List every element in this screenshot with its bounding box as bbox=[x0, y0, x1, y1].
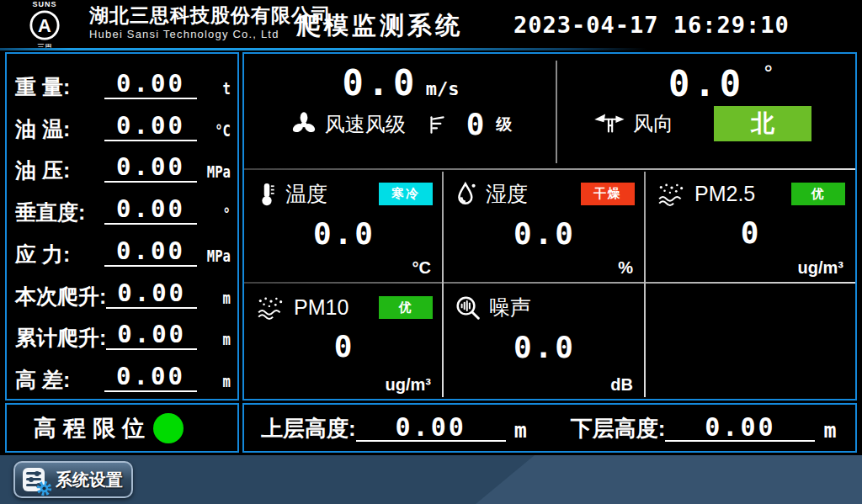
cell-label: 噪声 bbox=[489, 294, 531, 321]
metric-label: 本次爬升: bbox=[15, 284, 106, 309]
wind-speed-unit: m/s bbox=[426, 78, 460, 99]
metric-row-oil-pressure: 油 压: 0.00 MPa bbox=[15, 144, 231, 183]
metric-row-height-diff: 高 差: 0.00 m bbox=[15, 353, 231, 392]
svg-text:A: A bbox=[38, 15, 51, 36]
cell-label: 湿度 bbox=[486, 180, 528, 208]
wind-section: 0.0 m/s 风速风级 bbox=[244, 54, 855, 168]
elevation-limit-status-indicator bbox=[153, 413, 184, 443]
settings-sliders-icon bbox=[23, 467, 48, 492]
cell-value: 0.0 bbox=[256, 216, 433, 251]
metric-row-total-climb: 累计爬升: 0.00 m bbox=[15, 311, 231, 350]
grid-divider-h1 bbox=[244, 168, 855, 170]
metric-row-weight: 重 量: 0.00 t bbox=[15, 61, 231, 99]
dust-icon bbox=[256, 294, 286, 321]
cell-label: 温度 bbox=[285, 180, 327, 208]
wind-direction-label: 风向 bbox=[633, 110, 673, 137]
logo-suns-text: SUNS bbox=[22, 1, 67, 8]
metric-row-stress: 应 力: 0.00 MPa bbox=[15, 228, 231, 267]
environment-grid: 温度 寒冷 0.0 °C 湿度 干燥 0.0 % bbox=[244, 172, 855, 399]
metrics-panel: 重 量: 0.00 t 油 温: 0.00 °C 油 压: 0.00 MPa 垂… bbox=[5, 52, 239, 401]
wind-direction-badge: 北 bbox=[714, 106, 811, 141]
cell-humidity: 湿度 干燥 0.0 % bbox=[443, 172, 645, 282]
wind-speed-value: 0.0 bbox=[342, 62, 418, 103]
header: SUNS A 三思 湖北三思科技股份有限公司 Hubei Sansi Techn… bbox=[0, 0, 862, 48]
lower-level-group: 下层高度: 0.00 m bbox=[571, 414, 837, 443]
droplet-icon bbox=[455, 181, 478, 208]
wind-divider bbox=[556, 61, 557, 163]
metric-value: 0.00 bbox=[106, 280, 197, 309]
humidity-status-badge: 干燥 bbox=[581, 183, 635, 205]
wind-direction-value: 0.0 bbox=[668, 63, 745, 104]
pm25-status-badge: 优 bbox=[791, 183, 845, 205]
cell-value: 0 bbox=[657, 215, 845, 250]
cell-unit: % bbox=[618, 258, 633, 278]
lower-level-unit: m bbox=[823, 419, 836, 443]
metric-label: 高 差: bbox=[15, 367, 104, 392]
page-title: 爬模监测系统 bbox=[296, 9, 463, 43]
cell-value: 0.0 bbox=[455, 216, 635, 251]
temperature-status-badge: 寒冷 bbox=[379, 183, 433, 205]
footer-bar: 系统设置 bbox=[0, 455, 862, 504]
metric-unit: m bbox=[205, 370, 231, 392]
cell-pm25: PM2.5 优 0 ug/m³ bbox=[645, 172, 855, 282]
metric-unit: m bbox=[205, 287, 231, 309]
cell-temperature: 温度 寒冷 0.0 °C bbox=[244, 172, 443, 282]
fan-icon bbox=[290, 110, 318, 139]
header-divider bbox=[0, 48, 862, 50]
wind-speed-label: 风速风级 bbox=[325, 111, 406, 138]
upper-level-group: 上层高度: 0.00 m bbox=[261, 414, 527, 443]
wind-level-icon bbox=[426, 114, 448, 135]
settings-button-label: 系统设置 bbox=[56, 469, 123, 491]
metric-unit: m bbox=[205, 328, 231, 350]
climbing-formwork-monitor-screen: SUNS A 三思 湖北三思科技股份有限公司 Hubei Sansi Techn… bbox=[0, 0, 862, 504]
wind-speed-block: 0.0 m/s 风速风级 bbox=[244, 54, 557, 168]
metric-value: 0.00 bbox=[104, 113, 197, 141]
metric-label: 重 量: bbox=[15, 74, 104, 99]
metric-value: 0.00 bbox=[104, 154, 197, 183]
metric-label: 累计爬升: bbox=[15, 325, 106, 350]
cell-unit: ug/m³ bbox=[798, 258, 843, 278]
company-logo: SUNS A 三思 bbox=[22, 1, 67, 51]
metric-unit: t bbox=[205, 77, 231, 99]
system-settings-button[interactable]: 系统设置 bbox=[13, 461, 133, 498]
gear-icon bbox=[36, 480, 52, 496]
sansi-logo-icon: A bbox=[29, 9, 61, 41]
dust-icon bbox=[657, 180, 687, 207]
lower-level-label: 下层高度: bbox=[571, 416, 666, 442]
noise-icon bbox=[455, 294, 482, 321]
upper-level-label: 上层高度: bbox=[261, 416, 356, 442]
wind-level-unit: 级 bbox=[496, 114, 512, 135]
metric-unit: ° bbox=[205, 203, 231, 225]
cell-unit: dB bbox=[610, 375, 633, 395]
company-name-block: 湖北三思科技股份有限公司 Hubei Sansi Technology Co.,… bbox=[89, 4, 332, 41]
metric-label: 油 温: bbox=[15, 116, 104, 141]
wind-direction-unit: ° bbox=[762, 62, 774, 86]
metric-value: 0.00 bbox=[106, 321, 197, 350]
wind-direction-block: 0.0 ° 风向 北 bbox=[557, 54, 855, 168]
metric-label: 应 力: bbox=[15, 241, 104, 267]
lower-level-value: 0.00 bbox=[665, 414, 815, 443]
metric-unit: MPa bbox=[205, 245, 231, 267]
cell-label: PM10 bbox=[294, 295, 349, 320]
metric-row-current-climb: 本次爬升: 0.00 m bbox=[15, 270, 231, 309]
metric-row-verticality: 垂直度: 0.00 ° bbox=[15, 186, 231, 225]
elevation-limit-label: 高程限位 bbox=[34, 413, 152, 443]
company-name-cn: 湖北三思科技股份有限公司 bbox=[89, 4, 332, 26]
cell-label: PM2.5 bbox=[694, 182, 755, 206]
thermometer-icon bbox=[256, 181, 278, 208]
metric-unit: MPa bbox=[205, 161, 231, 183]
metric-value: 0.00 bbox=[104, 238, 197, 267]
cell-unit: °C bbox=[412, 258, 431, 278]
metric-value: 0.00 bbox=[104, 363, 197, 392]
cell-noise: 噪声 0.0 dB bbox=[443, 282, 645, 399]
metric-label: 垂直度: bbox=[15, 199, 104, 225]
upper-level-unit: m bbox=[514, 419, 527, 443]
wind-vane-icon bbox=[594, 111, 625, 136]
metric-row-oil-temp: 油 温: 0.00 °C bbox=[15, 103, 231, 141]
cell-pm10: PM10 优 0 ug/m³ bbox=[244, 282, 443, 399]
environment-panel: 0.0 m/s 风速风级 bbox=[242, 52, 857, 401]
cell-value: 0 bbox=[256, 329, 433, 363]
metric-label: 油 压: bbox=[15, 157, 104, 183]
metric-unit: °C bbox=[205, 119, 231, 141]
datetime-display: 2023-04-17 16:29:10 bbox=[513, 12, 790, 38]
